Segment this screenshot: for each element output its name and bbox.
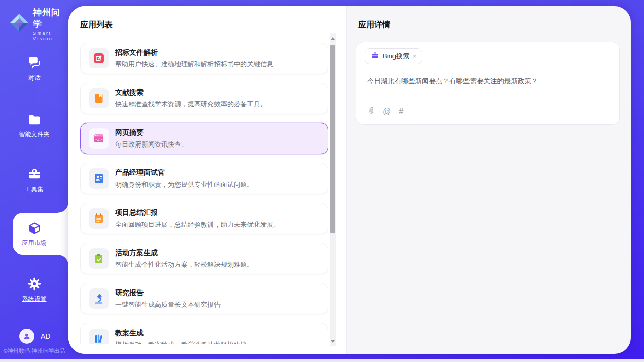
card-desc: 帮助用户快速、准确地理解和解析招标书中的关键信息 bbox=[115, 60, 273, 69]
book-icon bbox=[89, 88, 109, 108]
mention-at-icon[interactable]: @ bbox=[383, 107, 391, 116]
cube-icon bbox=[0, 221, 68, 235]
copyright-text: ©神州数码·神州问学出品 bbox=[0, 347, 68, 355]
books-icon bbox=[89, 329, 109, 344]
app-card-lesson-plan[interactable]: 教案生成 模板驱动，教案秒成，教学准备从此轻松快捷 bbox=[80, 323, 328, 344]
scroll-down-icon[interactable] bbox=[330, 338, 336, 345]
card-desc: 每日政府新闻资讯快查。 bbox=[115, 140, 188, 149]
app-card-literature-search[interactable]: 文献搜索 快速精准查找学术资源，提高研究效率的必备工具。 bbox=[80, 83, 328, 114]
app-list-title: 应用列表 bbox=[80, 20, 113, 30]
brand-name: 神州问学 bbox=[33, 7, 68, 30]
app-card-research-report[interactable]: 研究报告 一键智能生成高质量长文本研究报告 bbox=[80, 283, 328, 314]
microscope-icon bbox=[89, 288, 109, 309]
app-card-activity-plan[interactable]: 活动方案生成 智能生成个性化活动方案，轻松解决规划难题。 bbox=[80, 243, 328, 274]
sidebar-item-settings[interactable]: 系统设置 bbox=[0, 277, 68, 303]
card-desc: 一键智能生成高质量长文本研究报告 bbox=[115, 300, 221, 309]
card-desc: 快速精准查找学术资源，提高研究效率的必备工具。 bbox=[115, 100, 267, 109]
bid-document-icon bbox=[89, 48, 109, 68]
briefcase-icon bbox=[371, 51, 379, 62]
sidebar-item-label: 智能文件夹 bbox=[0, 130, 68, 139]
folder-icon bbox=[0, 113, 68, 127]
active-tab-fillet-bottom bbox=[58, 255, 68, 265]
sidebar-item-chat[interactable]: 对话 bbox=[0, 56, 68, 82]
card-desc: 模板驱动，教案秒成，教学准备从此轻松快捷 bbox=[115, 340, 247, 344]
user-account[interactable]: AD bbox=[19, 329, 50, 344]
hashtag-icon[interactable]: # bbox=[399, 107, 403, 116]
sidebar-item-label: 系统设置 bbox=[0, 295, 68, 303]
app-card-pm-interviewer[interactable]: 产品经理面试官 明确身份和职责，为您提供专业性的面试问题。 bbox=[80, 163, 328, 194]
card-desc: 智能生成个性化活动方案，轻松解决规划难题。 bbox=[115, 260, 254, 269]
main-content: 应用列表 招标文件解析 帮助用户快速、准确地理解和解析招标书中的关键信息 bbox=[68, 6, 631, 354]
app-detail-panel: 应用详情 Bing搜索 × 今日湖北有哪些新闻要点？有哪些需要关注的最新政策？ bbox=[347, 6, 631, 354]
attachment-toolbar: @ # bbox=[367, 106, 403, 117]
app-card-bid-parse[interactable]: 招标文件解析 帮助用户快速、准确地理解和解析招标书中的关键信息 bbox=[80, 43, 328, 74]
clipboard-check-icon bbox=[89, 248, 109, 269]
user-name: AD bbox=[41, 332, 50, 340]
chat-icon bbox=[0, 56, 68, 70]
toolbox-icon bbox=[0, 167, 68, 182]
sidebar-item-label: 工具集 bbox=[0, 185, 68, 194]
brand-subtitle: Smart Vision bbox=[33, 31, 68, 41]
brand-logo: 神州问学 Smart Vision bbox=[9, 7, 68, 41]
prompt-text[interactable]: 今日湖北有哪些新闻要点？有哪些需要关注的最新政策？ bbox=[367, 77, 605, 86]
card-title: 活动方案生成 bbox=[115, 248, 254, 258]
sidebar-item-label: 应用市场 bbox=[0, 239, 68, 247]
tool-chip-label: Bing搜索 bbox=[383, 52, 409, 61]
sidebar-item-app-market[interactable]: 应用市场 bbox=[0, 221, 68, 247]
window-bottom-strip bbox=[0, 359, 644, 362]
prompt-input-card[interactable]: Bing搜索 × 今日湖北有哪些新闻要点？有哪些需要关注的最新政策？ @ # bbox=[356, 42, 620, 125]
card-title: 项目总结汇报 bbox=[115, 208, 280, 218]
app-detail-title: 应用详情 bbox=[358, 20, 390, 30]
browser-window-icon: </> bbox=[89, 128, 109, 149]
calendar-report-icon bbox=[89, 208, 109, 229]
diamond-logo-icon bbox=[9, 13, 29, 35]
sidebar-item-label: 对话 bbox=[0, 74, 68, 82]
scroll-up-icon[interactable] bbox=[330, 34, 336, 42]
card-title: 产品经理面试官 bbox=[115, 168, 254, 177]
app-card-web-summary[interactable]: </> 网页摘要 每日政府新闻资讯快查。 bbox=[80, 123, 328, 154]
card-title: 文献搜索 bbox=[115, 88, 267, 97]
svg-text:</>: </> bbox=[95, 138, 102, 142]
card-title: 研究报告 bbox=[115, 288, 221, 298]
gear-icon bbox=[0, 277, 68, 291]
app-list-panel: 应用列表 招标文件解析 帮助用户快速、准确地理解和解析招标书中的关键信息 bbox=[68, 6, 347, 354]
card-desc: 明确身份和职责，为您提供专业性的面试问题。 bbox=[115, 180, 254, 189]
sidebar: 神州问学 Smart Vision 对话 智能文件夹 bbox=[0, 0, 68, 362]
avatar bbox=[19, 329, 34, 344]
app-card-project-summary[interactable]: 项目总结汇报 全面回顾项目进展，总结经验教训，助力未来优化发展。 bbox=[80, 203, 328, 234]
active-tab-fillet-top bbox=[58, 203, 68, 213]
scrollbar-thumb[interactable] bbox=[330, 45, 335, 233]
card-desc: 全面回顾项目进展，总结经验教训，助力未来优化发展。 bbox=[115, 220, 280, 229]
sidebar-item-smart-folder[interactable]: 智能文件夹 bbox=[0, 113, 68, 139]
interviewer-person-icon bbox=[89, 168, 109, 189]
paperclip-icon[interactable] bbox=[367, 106, 375, 117]
tool-chip-bing-search[interactable]: Bing搜索 × bbox=[365, 48, 422, 64]
list-scrollbar[interactable] bbox=[330, 33, 336, 346]
app-card-list: 招标文件解析 帮助用户快速、准确地理解和解析招标书中的关键信息 文献搜索 快速精… bbox=[80, 43, 328, 344]
card-title: 网页摘要 bbox=[115, 128, 188, 137]
sidebar-item-toolset[interactable]: 工具集 bbox=[0, 167, 68, 194]
chip-close-icon[interactable]: × bbox=[413, 53, 416, 59]
card-title: 招标文件解析 bbox=[115, 48, 273, 57]
card-title: 教案生成 bbox=[115, 329, 247, 338]
